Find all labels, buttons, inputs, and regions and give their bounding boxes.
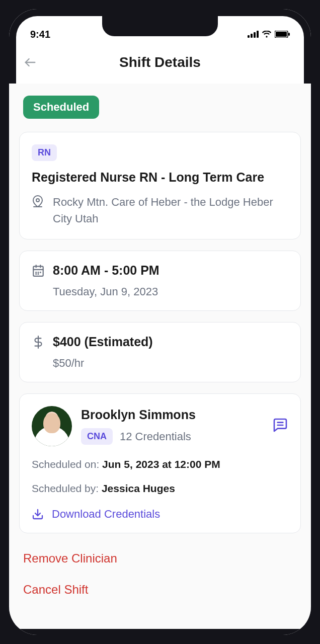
battery-icon [275, 31, 290, 38]
status-badge: Scheduled [23, 96, 99, 119]
time-card: 8:00 AM - 5:00 PM Tuesday, Jun 9, 2023 [19, 251, 301, 311]
remove-clinician-button[interactable]: Remove Clinician [19, 544, 301, 578]
arrow-left-icon [23, 55, 37, 69]
chat-button[interactable] [272, 417, 288, 435]
role-pill: RN [32, 144, 57, 161]
svg-rect-5 [276, 32, 287, 37]
svg-point-14 [36, 272, 36, 273]
svg-rect-1 [251, 34, 253, 38]
cellular-icon [248, 31, 259, 38]
page-title: Shift Details [119, 54, 201, 70]
nav-bar: Shift Details [9, 44, 311, 84]
avatar [32, 406, 72, 446]
status-indicators [248, 31, 290, 38]
scheduled-on: Scheduled on: Jun 5, 2023 at 12:00 PM [32, 458, 288, 470]
svg-point-17 [36, 274, 36, 274]
clinician-name: Brooklyn Simmons [81, 408, 196, 422]
pay-total: $400 (Estimated) [53, 335, 153, 349]
clinician-card: Brooklyn Simmons CNA 12 Credentials Sche… [19, 393, 301, 533]
job-card: RN Registered Nurse RN - Long Term Care … [19, 132, 301, 239]
pay-card: $400 (Estimated) $50/hr [19, 322, 301, 382]
wifi-icon [262, 31, 272, 38]
svg-point-16 [40, 272, 41, 273]
back-button[interactable] [23, 55, 37, 69]
time-range: 8:00 AM - 5:00 PM [53, 263, 159, 278]
chat-icon [272, 417, 288, 433]
svg-rect-0 [248, 35, 250, 38]
download-credentials-button[interactable]: Download Credentials [32, 508, 288, 521]
dollar-icon [32, 336, 46, 351]
job-title: Registered Nurse RN - Long Term Care [32, 170, 288, 185]
device-notch [102, 16, 218, 36]
clinician-role-pill: CNA [81, 428, 113, 445]
credential-count: 12 Credentials [120, 430, 191, 443]
location-text: Rocky Mtn. Care of Heber - the Lodge Heb… [53, 194, 288, 227]
svg-rect-2 [254, 32, 256, 38]
pin-icon [32, 195, 46, 210]
svg-rect-6 [288, 33, 290, 36]
cancel-shift-button[interactable]: Cancel Shift [19, 578, 301, 609]
scheduled-by: Scheduled by: Jessica Huges [32, 482, 288, 495]
svg-point-8 [36, 199, 39, 202]
svg-rect-3 [257, 31, 259, 38]
pay-rate: $50/hr [53, 357, 288, 370]
download-label: Download Credentials [52, 508, 160, 521]
time-date: Tuesday, Jun 9, 2023 [53, 285, 288, 298]
svg-point-18 [38, 274, 38, 274]
svg-point-15 [38, 272, 38, 273]
download-icon [32, 508, 44, 520]
status-time: 9:41 [30, 29, 50, 40]
calendar-icon [32, 264, 46, 279]
